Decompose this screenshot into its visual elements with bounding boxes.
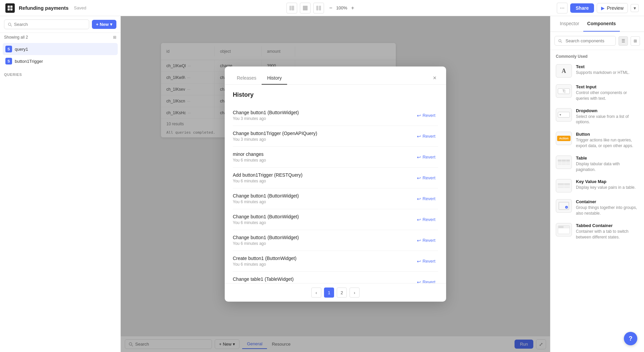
component-item[interactable]: Action Button Trigger actions like run q… bbox=[550, 128, 644, 152]
zoom-out-btn[interactable]: − bbox=[327, 4, 335, 12]
component-icon-key-value-map bbox=[556, 179, 572, 192]
component-item[interactable]: T| Text Input Control other components o… bbox=[550, 81, 644, 105]
history-action: Change button1 (ButtonWidget) bbox=[233, 110, 414, 115]
tab-inspector[interactable]: Inspector bbox=[556, 16, 583, 32]
revert-icon: ↩ bbox=[417, 155, 421, 160]
tab-releases[interactable]: Releases bbox=[231, 72, 262, 85]
component-info: Tabbed Container Container with a tab to… bbox=[576, 223, 639, 240]
more-options-btn[interactable]: ··· bbox=[557, 3, 568, 13]
history-info: Change button1 (ButtonWidget) You 6 minu… bbox=[233, 235, 414, 246]
showing-label: Showing all 2 ⊞ bbox=[0, 33, 120, 42]
page-btn-1[interactable]: 1 bbox=[324, 288, 334, 298]
list-view-btn[interactable]: ☰ bbox=[619, 36, 628, 46]
revert-button-5[interactable]: ↩ Revert bbox=[414, 216, 438, 224]
prev-page-btn[interactable]: ‹ bbox=[311, 288, 321, 298]
query-search-box[interactable] bbox=[4, 19, 89, 29]
component-info: Container Group things together into gro… bbox=[576, 199, 639, 216]
revert-button-3[interactable]: ↩ Revert bbox=[414, 174, 438, 182]
zoom-in-btn[interactable]: + bbox=[348, 4, 357, 12]
component-search-box[interactable] bbox=[554, 36, 616, 46]
component-item[interactable]: + Container Group things together into g… bbox=[550, 196, 644, 220]
history-time: You 6 minutes ago bbox=[233, 241, 414, 246]
tab-components[interactable]: Components bbox=[583, 16, 620, 32]
history-action: Change table1 (TableWidget) bbox=[233, 276, 414, 282]
share-button[interactable]: Share bbox=[570, 3, 594, 13]
save-status: Saved bbox=[74, 5, 86, 10]
help-button[interactable]: ? bbox=[624, 332, 637, 345]
component-item[interactable]: Key Value Map Display key value pairs in… bbox=[550, 176, 644, 196]
svg-rect-7 bbox=[316, 6, 318, 10]
page-btn-2[interactable]: 2 bbox=[337, 288, 347, 298]
svg-rect-5 bbox=[291, 6, 294, 10]
tab-history[interactable]: History bbox=[262, 72, 287, 85]
component-icon-text: A bbox=[556, 64, 572, 78]
modal-close-button[interactable]: × bbox=[430, 74, 439, 83]
revert-button-7[interactable]: ↩ Revert bbox=[414, 257, 438, 265]
search-icon bbox=[8, 22, 12, 27]
new-query-button[interactable]: + New ▾ bbox=[92, 20, 116, 29]
component-name: Button bbox=[576, 132, 639, 137]
revert-button-0[interactable]: ↩ Revert bbox=[414, 112, 438, 120]
app-logo bbox=[5, 3, 15, 13]
revert-button-8[interactable]: ↩ Revert bbox=[414, 278, 438, 283]
item-icon-query1: S bbox=[5, 46, 12, 52]
search-input[interactable] bbox=[14, 22, 86, 27]
history-info: Change button1 (ButtonWidget) You 6 minu… bbox=[233, 193, 414, 204]
revert-button-4[interactable]: ↩ Revert bbox=[414, 195, 438, 203]
history-list: Change button1 (ButtonWidget) You 3 minu… bbox=[233, 105, 438, 283]
component-name: Text bbox=[576, 64, 639, 69]
component-desc: Display key value pairs in a table. bbox=[576, 185, 639, 190]
center-area: id object amount ch_1IKwQl ··· charge 39… bbox=[121, 16, 550, 352]
list-item[interactable]: S query1 bbox=[3, 43, 118, 55]
play-icon: ▶ bbox=[601, 5, 605, 11]
topbar: Refunding payments Saved − 100% + ··· Sh… bbox=[0, 0, 644, 16]
revert-button-2[interactable]: ↩ Revert bbox=[414, 153, 438, 161]
history-info: Add button1Trigger (RESTQuery) You 6 min… bbox=[233, 172, 414, 183]
main-layout: + New ▾ Showing all 2 ⊞ S query1 S butto… bbox=[0, 16, 644, 352]
history-action: Create button1 (ButtonWidget) bbox=[233, 256, 414, 261]
preview-button[interactable]: ▶ Preview bbox=[597, 3, 628, 13]
revert-button-6[interactable]: ↩ Revert bbox=[414, 236, 438, 245]
history-item: Change button1 (ButtonWidget) You 6 minu… bbox=[233, 188, 438, 209]
next-page-btn[interactable]: › bbox=[350, 288, 360, 298]
component-icon-table bbox=[556, 156, 572, 169]
list-item[interactable]: S button1Trigger bbox=[3, 55, 118, 67]
history-item: minor changes You 6 minutes ago ↩ Revert bbox=[233, 147, 438, 168]
history-item: Change button1 (ButtonWidget) You 3 minu… bbox=[233, 105, 438, 126]
svg-rect-3 bbox=[10, 8, 12, 10]
component-name: Container bbox=[576, 199, 639, 204]
modal-tabs: Releases History bbox=[231, 72, 430, 84]
query-list: S query1 S button1Trigger bbox=[0, 42, 120, 69]
layout-split-btn[interactable] bbox=[313, 3, 324, 13]
history-action: Change button1 (ButtonWidget) bbox=[233, 193, 414, 199]
component-item[interactable]: Tabbed Container Container with a tab to… bbox=[550, 220, 644, 244]
history-info: minor changes You 6 minutes ago bbox=[233, 151, 414, 163]
history-modal: Releases History × History Change button… bbox=[225, 67, 446, 302]
component-desc: Group things together into groups, also … bbox=[576, 205, 639, 216]
history-action: minor changes bbox=[233, 151, 414, 157]
grid-view-btn[interactable]: ⊞ bbox=[631, 36, 640, 46]
filter-icon[interactable]: ⊞ bbox=[113, 35, 116, 40]
component-item[interactable]: ▾ Dropdown Select one value from a list … bbox=[550, 105, 644, 129]
component-search-input[interactable] bbox=[566, 38, 612, 43]
preview-expand-btn[interactable]: ▾ bbox=[631, 4, 639, 12]
component-name: Text Input bbox=[576, 84, 639, 89]
history-item: Change button1 (ButtonWidget) You 6 minu… bbox=[233, 230, 438, 251]
component-desc: Trigger actions like run queries, export… bbox=[576, 137, 639, 149]
modal-title: History bbox=[233, 91, 438, 98]
component-info: Text Supports markdown or HTML. bbox=[576, 64, 639, 76]
component-item[interactable]: A Text Supports markdown or HTML. bbox=[550, 61, 644, 81]
right-search-area: ☰ ⊞ bbox=[550, 32, 644, 50]
history-time: You 6 minutes ago bbox=[233, 262, 414, 267]
chevron-down-icon: ▾ bbox=[110, 22, 112, 27]
component-info: Key Value Map Display key value pairs in… bbox=[576, 179, 639, 190]
history-time: You 6 minutes ago bbox=[233, 179, 414, 183]
component-name: Table bbox=[576, 156, 639, 161]
component-item[interactable]: Table Display tabular data with paginati… bbox=[550, 152, 644, 176]
component-icon-tabbed-container bbox=[556, 223, 572, 236]
layout-center-btn[interactable] bbox=[300, 3, 311, 13]
revert-icon: ↩ bbox=[417, 217, 421, 222]
left-panel-toolbar: + New ▾ bbox=[0, 16, 120, 33]
revert-button-1[interactable]: ↩ Revert bbox=[414, 132, 438, 140]
layout-sidebar-btn[interactable] bbox=[286, 3, 297, 13]
